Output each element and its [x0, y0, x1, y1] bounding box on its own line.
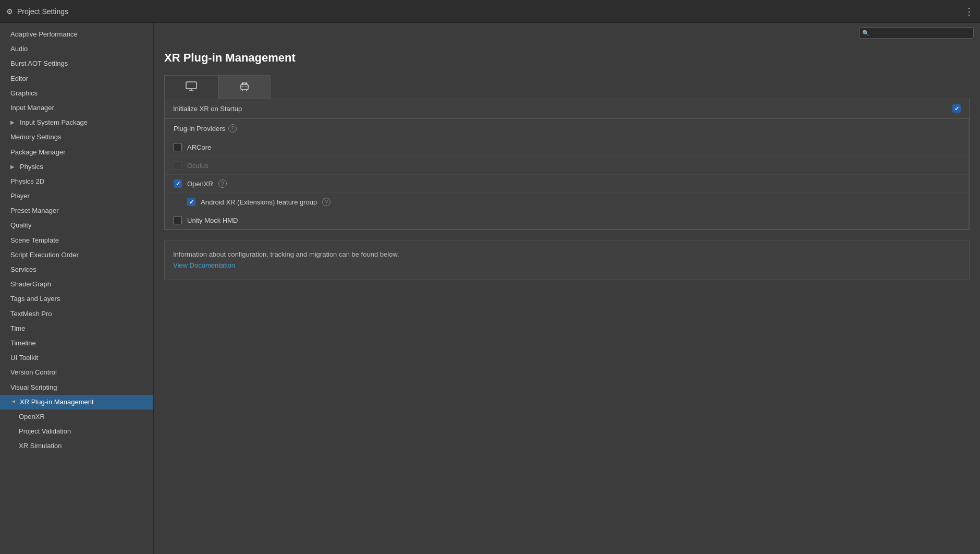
initialize-xr-checkbox[interactable] [952, 104, 961, 113]
sidebar-arrow-xr-plugin-management: ▼ [10, 399, 17, 405]
main-layout: Adaptive PerformanceAudioBurst AOT Setti… [0, 23, 980, 554]
provider-label-arcore: ARCore [187, 143, 211, 151]
sidebar-label-project-validation: Project Validation [19, 427, 71, 436]
tab-icon-pc [186, 81, 197, 93]
sidebar-label-scene-template: Scene Template [10, 236, 59, 245]
sidebar-item-tags-and-layers[interactable]: Tags and Layers [0, 292, 153, 306]
sidebar-item-xr-plugin-management[interactable]: ▼XR Plug-in Management [0, 395, 153, 410]
sidebar-label-timeline: Timeline [10, 339, 36, 348]
sidebar-item-shadergraph[interactable]: ShaderGraph [0, 277, 153, 292]
sidebar-label-textmesh-pro: TextMesh Pro [10, 309, 52, 319]
providers-help-icon[interactable]: ? [228, 124, 237, 133]
sidebar-item-time[interactable]: Time [0, 321, 153, 336]
initialize-xr-label: Initialize XR on Startup [173, 105, 952, 113]
provider-label-android-xr-extensions: Android XR (Extensions) feature group [201, 198, 317, 206]
sidebar-item-version-control[interactable]: Version Control [0, 365, 153, 380]
sidebar-item-ui-toolkit[interactable]: UI Toolkit [0, 351, 153, 365]
sidebar-label-script-execution-order: Script Execution Order [10, 250, 79, 260]
provider-checkbox-oculus[interactable] [174, 161, 182, 170]
sidebar-item-package-manager[interactable]: Package Manager [0, 145, 153, 160]
providers-header: Plug-in Providers ? [165, 119, 969, 138]
sidebar-label-input-manager: Input Manager [10, 103, 54, 113]
sidebar-label-xr-simulation: XR Simulation [19, 441, 62, 451]
sidebar-item-xr-simulation[interactable]: XR Simulation [0, 439, 153, 453]
sidebar-item-physics[interactable]: ▶Physics [0, 160, 153, 174]
initialize-xr-value [952, 104, 961, 113]
search-input[interactable] [859, 27, 974, 39]
provider-help-android-xr-extensions[interactable]: ? [322, 198, 330, 206]
sidebar-item-physics-2d[interactable]: Physics 2D [0, 174, 153, 189]
provider-item-android-xr-extensions: Android XR (Extensions) feature group? [165, 193, 969, 211]
sidebar-arrow-input-system-package: ▶ [10, 119, 17, 126]
settings-panel: Initialize XR on Startup Plug-in Provide… [164, 99, 970, 230]
settings-icon: ⚙ [6, 7, 13, 16]
sidebar-item-adaptive-performance[interactable]: Adaptive Performance [0, 27, 153, 42]
providers-section: Plug-in Providers ? ARCoreOculusOpenXR?A… [165, 118, 969, 230]
sidebar-label-audio: Audio [10, 44, 28, 54]
provider-label-unity-mock-hmd: Unity Mock HMD [187, 216, 238, 224]
menu-button[interactable]: ⋮ [964, 6, 974, 17]
title-bar: ⚙ Project Settings ⋮ [0, 0, 980, 23]
sidebar-item-input-system-package[interactable]: ▶Input System Package [0, 115, 153, 130]
sidebar-item-graphics[interactable]: Graphics [0, 86, 153, 101]
sidebar-label-player: Player [10, 191, 30, 201]
sidebar-item-script-execution-order[interactable]: Script Execution Order [0, 248, 153, 262]
info-text: Information about configuration, trackin… [173, 249, 961, 260]
sidebar-label-editor: Editor [10, 74, 28, 83]
content-body: XR Plug-in Management Initi [154, 43, 980, 554]
sidebar-label-tags-and-layers: Tags and Layers [10, 294, 60, 304]
sidebar-label-input-system-package: Input System Package [20, 118, 88, 127]
sidebar-label-package-manager: Package Manager [10, 148, 66, 157]
providers-label: Plug-in Providers [174, 125, 225, 133]
search-wrapper: 🔍 [859, 27, 974, 39]
title-bar-left: ⚙ Project Settings [6, 7, 68, 16]
sidebar-item-input-manager[interactable]: Input Manager [0, 101, 153, 115]
provider-item-oculus: Oculus [165, 156, 969, 175]
provider-checkbox-arcore[interactable] [174, 143, 182, 151]
sidebar-label-openxr: OpenXR [19, 412, 45, 421]
svg-rect-0 [186, 82, 197, 89]
sidebar-item-burst-aot-settings[interactable]: Burst AOT Settings [0, 56, 153, 71]
search-icon: 🔍 [862, 30, 869, 37]
window-title: Project Settings [17, 7, 68, 16]
sidebar-label-services: Services [10, 265, 36, 274]
provider-help-openxr[interactable]: ? [218, 179, 227, 188]
view-documentation-link[interactable]: View Documentation [173, 261, 235, 269]
sidebar-item-project-validation[interactable]: Project Validation [0, 424, 153, 439]
sidebar-item-scene-template[interactable]: Scene Template [0, 233, 153, 248]
sidebar-label-physics-2d: Physics 2D [10, 177, 44, 186]
provider-checkbox-unity-mock-hmd[interactable] [174, 216, 182, 224]
provider-item-openxr: OpenXR? [165, 175, 969, 193]
sidebar-item-editor[interactable]: Editor [0, 71, 153, 86]
sidebar-item-player[interactable]: Player [0, 189, 153, 203]
page-title: XR Plug-in Management [164, 51, 970, 65]
sidebar-label-ui-toolkit: UI Toolkit [10, 353, 38, 363]
svg-point-5 [246, 86, 247, 87]
svg-rect-3 [241, 85, 248, 90]
sidebar-item-timeline[interactable]: Timeline [0, 336, 153, 351]
provider-checkbox-openxr[interactable] [174, 179, 182, 188]
sidebar-item-preset-manager[interactable]: Preset Manager [0, 203, 153, 218]
sidebar-item-services[interactable]: Services [0, 262, 153, 277]
sidebar-label-burst-aot-settings: Burst AOT Settings [10, 59, 68, 68]
sidebar-label-memory-settings: Memory Settings [10, 133, 62, 142]
tab-pc[interactable] [164, 75, 218, 99]
sidebar-item-visual-scripting[interactable]: Visual Scripting [0, 380, 153, 395]
sidebar-label-version-control: Version Control [10, 368, 57, 377]
provider-checkbox-android-xr-extensions[interactable] [187, 198, 195, 206]
sidebar-item-openxr[interactable]: OpenXR [0, 410, 153, 424]
sidebar-item-quality[interactable]: Quality [0, 218, 153, 233]
provider-item-unity-mock-hmd: Unity Mock HMD [165, 211, 969, 229]
sidebar-item-audio[interactable]: Audio [0, 42, 153, 56]
tab-android[interactable] [218, 75, 271, 99]
sidebar-item-textmesh-pro[interactable]: TextMesh Pro [0, 307, 153, 321]
sidebar-label-preset-manager: Preset Manager [10, 206, 59, 215]
provider-label-oculus: Oculus [187, 162, 208, 170]
sidebar-item-memory-settings[interactable]: Memory Settings [0, 130, 153, 144]
sidebar-label-shadergraph: ShaderGraph [10, 280, 51, 289]
tab-icon-android [240, 81, 249, 93]
provider-label-openxr: OpenXR [187, 180, 213, 188]
sidebar-label-physics: Physics [20, 162, 43, 172]
tabs-row [164, 75, 970, 99]
sidebar-label-time: Time [10, 324, 25, 333]
